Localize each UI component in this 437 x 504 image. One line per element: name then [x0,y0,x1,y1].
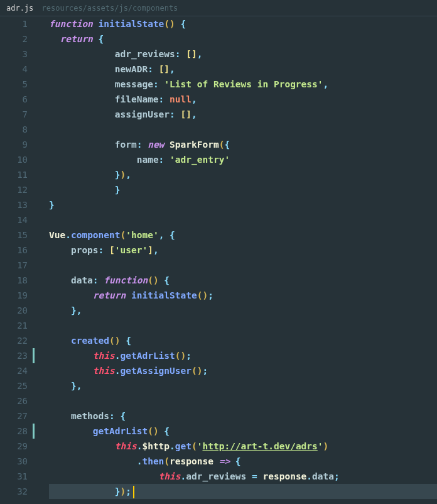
line-number: 16 [0,243,28,258]
line-number: 27 [0,408,28,424]
code-line[interactable]: data: function() { [49,273,437,288]
code-line[interactable]: Vue.component('home', { [49,227,437,243]
editor-tab-header: adr.js resources/assets/js/components [0,0,437,16]
line-number: 32 [0,484,28,499]
git-marker [33,424,35,439]
code-line[interactable]: }, [49,303,437,318]
line-number: 7 [0,107,28,122]
line-number: 31 [0,469,28,484]
code-line[interactable]: this.getAdrList(); [49,348,437,363]
line-number: 30 [0,454,28,469]
line-number: 4 [0,62,28,77]
line-number: 9 [0,137,28,152]
line-number: 24 [0,363,28,378]
filepath: resources/assets/js/components [42,4,178,13]
code-line[interactable]: }, [49,378,437,393]
line-number: 6 [0,92,28,107]
line-number: 20 [0,303,28,318]
code-line[interactable]: message: 'List of Reviews in Progress', [49,77,437,92]
code-line[interactable]: name: 'adr_entry' [49,152,437,167]
code-line[interactable]: methods: { [49,408,437,424]
line-number: 2 [0,31,28,47]
line-number: 19 [0,288,28,303]
code-line[interactable]: } [49,197,437,212]
line-number: 13 [0,197,28,212]
gutter: 1234567891011121314151617181920212223242… [0,16,33,504]
line-number: 8 [0,122,28,137]
code-line[interactable]: newADR: [], [49,62,437,77]
code-line[interactable]: this.getAssignUser(); [49,363,437,378]
code-line[interactable]: getAdrList() { [49,424,437,439]
code-line[interactable] [49,318,437,333]
line-number: 14 [0,212,28,227]
filename: adr.js [6,4,33,13]
code-line[interactable]: props: ['user'], [49,243,437,258]
line-number: 10 [0,152,28,167]
line-number: 12 [0,182,28,197]
line-number: 1 [0,16,28,31]
line-number: 21 [0,318,28,333]
line-number: 23 [0,348,28,363]
code-line[interactable]: created() { [49,333,437,348]
code-line[interactable]: .then(response => { [49,454,437,469]
line-number: 15 [0,227,28,243]
line-number: 22 [0,333,28,348]
code-line[interactable]: assignUser: [], [49,107,437,122]
code-line[interactable] [49,258,437,273]
code-line[interactable] [49,212,437,227]
code-line[interactable]: }); [49,484,437,499]
line-number: 28 [0,424,28,439]
line-number: 26 [0,393,28,408]
code-line[interactable] [49,122,437,137]
line-number: 3 [0,47,28,62]
text-cursor [133,486,134,498]
line-number: 18 [0,273,28,288]
code-line[interactable]: return initialState(); [49,288,437,303]
line-number: 11 [0,167,28,182]
code-line[interactable]: fileName: null, [49,92,437,107]
line-number: 17 [0,258,28,273]
editor[interactable]: 1234567891011121314151617181920212223242… [0,16,437,504]
line-number: 25 [0,378,28,393]
git-marker [33,348,35,363]
code-line[interactable]: this.$http.get('http://art-t.dev/adrs') [49,439,437,454]
code-line[interactable]: return { [49,31,437,47]
code-line[interactable]: form: new SparkForm({ [49,137,437,152]
code-line[interactable]: adr_reviews: [], [49,47,437,62]
line-number: 29 [0,439,28,454]
code-line[interactable]: }), [49,167,437,182]
code-line[interactable]: } [49,182,437,197]
code-line[interactable] [49,393,437,408]
line-number: 5 [0,77,28,92]
code-line[interactable]: function initialState() { [49,16,437,31]
code-area[interactable]: function initialState() { return { adr_r… [33,16,437,504]
code-line[interactable]: this.adr_reviews = response.data; [49,469,437,484]
